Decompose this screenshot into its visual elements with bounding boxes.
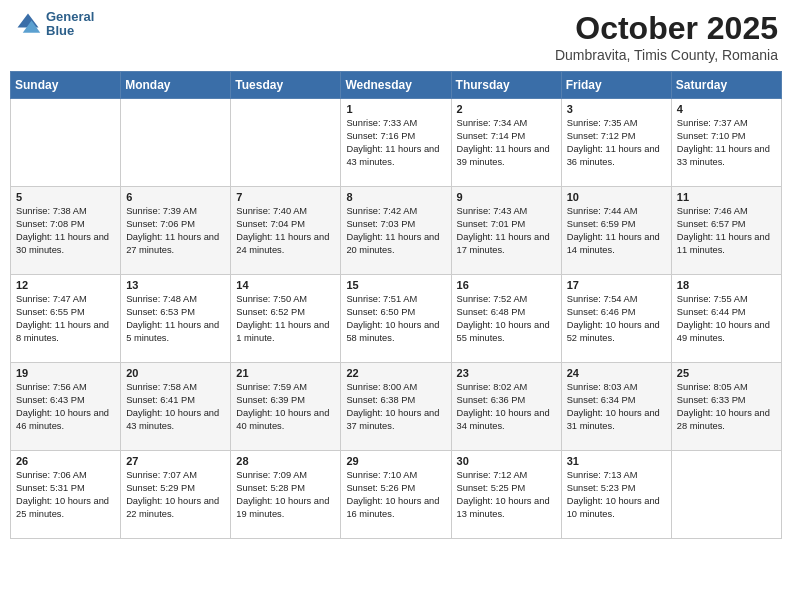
day-info: Sunrise: 8:05 AMSunset: 6:33 PMDaylight:… bbox=[677, 381, 776, 433]
calendar-cell: 10Sunrise: 7:44 AMSunset: 6:59 PMDayligh… bbox=[561, 187, 671, 275]
day-number: 21 bbox=[236, 367, 335, 379]
day-info: Sunrise: 7:09 AMSunset: 5:28 PMDaylight:… bbox=[236, 469, 335, 521]
logo-icon bbox=[14, 10, 42, 38]
day-info: Sunrise: 7:07 AMSunset: 5:29 PMDaylight:… bbox=[126, 469, 225, 521]
calendar-cell: 30Sunrise: 7:12 AMSunset: 5:25 PMDayligh… bbox=[451, 451, 561, 539]
calendar-cell: 19Sunrise: 7:56 AMSunset: 6:43 PMDayligh… bbox=[11, 363, 121, 451]
day-number: 1 bbox=[346, 103, 445, 115]
calendar-cell: 27Sunrise: 7:07 AMSunset: 5:29 PMDayligh… bbox=[121, 451, 231, 539]
day-info: Sunrise: 7:54 AMSunset: 6:46 PMDaylight:… bbox=[567, 293, 666, 345]
day-info: Sunrise: 7:40 AMSunset: 7:04 PMDaylight:… bbox=[236, 205, 335, 257]
calendar-cell: 7Sunrise: 7:40 AMSunset: 7:04 PMDaylight… bbox=[231, 187, 341, 275]
day-number: 4 bbox=[677, 103, 776, 115]
calendar-cell: 31Sunrise: 7:13 AMSunset: 5:23 PMDayligh… bbox=[561, 451, 671, 539]
calendar-cell: 5Sunrise: 7:38 AMSunset: 7:08 PMDaylight… bbox=[11, 187, 121, 275]
day-number: 5 bbox=[16, 191, 115, 203]
calendar-cell: 28Sunrise: 7:09 AMSunset: 5:28 PMDayligh… bbox=[231, 451, 341, 539]
calendar-cell: 15Sunrise: 7:51 AMSunset: 6:50 PMDayligh… bbox=[341, 275, 451, 363]
day-info: Sunrise: 7:50 AMSunset: 6:52 PMDaylight:… bbox=[236, 293, 335, 345]
day-number: 15 bbox=[346, 279, 445, 291]
day-info: Sunrise: 7:35 AMSunset: 7:12 PMDaylight:… bbox=[567, 117, 666, 169]
day-info: Sunrise: 7:33 AMSunset: 7:16 PMDaylight:… bbox=[346, 117, 445, 169]
calendar-week-row: 19Sunrise: 7:56 AMSunset: 6:43 PMDayligh… bbox=[11, 363, 782, 451]
calendar-title: October 2025 bbox=[555, 10, 778, 47]
day-number: 19 bbox=[16, 367, 115, 379]
day-info: Sunrise: 8:02 AMSunset: 6:36 PMDaylight:… bbox=[457, 381, 556, 433]
day-number: 22 bbox=[346, 367, 445, 379]
day-info: Sunrise: 8:00 AMSunset: 6:38 PMDaylight:… bbox=[346, 381, 445, 433]
logo-text: General Blue bbox=[46, 10, 94, 39]
day-number: 9 bbox=[457, 191, 556, 203]
calendar-table: SundayMondayTuesdayWednesdayThursdayFrid… bbox=[10, 71, 782, 539]
weekday-header: Sunday bbox=[11, 72, 121, 99]
calendar-cell: 25Sunrise: 8:05 AMSunset: 6:33 PMDayligh… bbox=[671, 363, 781, 451]
day-info: Sunrise: 7:59 AMSunset: 6:39 PMDaylight:… bbox=[236, 381, 335, 433]
calendar-cell: 24Sunrise: 8:03 AMSunset: 6:34 PMDayligh… bbox=[561, 363, 671, 451]
calendar-cell: 20Sunrise: 7:58 AMSunset: 6:41 PMDayligh… bbox=[121, 363, 231, 451]
weekday-header: Tuesday bbox=[231, 72, 341, 99]
calendar-cell: 17Sunrise: 7:54 AMSunset: 6:46 PMDayligh… bbox=[561, 275, 671, 363]
day-number: 11 bbox=[677, 191, 776, 203]
day-info: Sunrise: 7:47 AMSunset: 6:55 PMDaylight:… bbox=[16, 293, 115, 345]
day-info: Sunrise: 7:42 AMSunset: 7:03 PMDaylight:… bbox=[346, 205, 445, 257]
day-number: 25 bbox=[677, 367, 776, 379]
calendar-cell: 8Sunrise: 7:42 AMSunset: 7:03 PMDaylight… bbox=[341, 187, 451, 275]
day-number: 6 bbox=[126, 191, 225, 203]
weekday-header: Monday bbox=[121, 72, 231, 99]
day-number: 2 bbox=[457, 103, 556, 115]
day-info: Sunrise: 7:12 AMSunset: 5:25 PMDaylight:… bbox=[457, 469, 556, 521]
weekday-header: Thursday bbox=[451, 72, 561, 99]
calendar-cell: 1Sunrise: 7:33 AMSunset: 7:16 PMDaylight… bbox=[341, 99, 451, 187]
calendar-cell bbox=[121, 99, 231, 187]
page-header: General Blue October 2025 Dumbravita, Ti… bbox=[10, 10, 782, 63]
calendar-subtitle: Dumbravita, Timis County, Romania bbox=[555, 47, 778, 63]
day-number: 28 bbox=[236, 455, 335, 467]
weekday-header: Saturday bbox=[671, 72, 781, 99]
day-number: 3 bbox=[567, 103, 666, 115]
weekday-header: Friday bbox=[561, 72, 671, 99]
calendar-cell: 2Sunrise: 7:34 AMSunset: 7:14 PMDaylight… bbox=[451, 99, 561, 187]
day-info: Sunrise: 7:34 AMSunset: 7:14 PMDaylight:… bbox=[457, 117, 556, 169]
day-number: 12 bbox=[16, 279, 115, 291]
day-number: 30 bbox=[457, 455, 556, 467]
day-number: 7 bbox=[236, 191, 335, 203]
calendar-cell: 18Sunrise: 7:55 AMSunset: 6:44 PMDayligh… bbox=[671, 275, 781, 363]
day-info: Sunrise: 7:10 AMSunset: 5:26 PMDaylight:… bbox=[346, 469, 445, 521]
calendar-cell bbox=[11, 99, 121, 187]
day-info: Sunrise: 7:44 AMSunset: 6:59 PMDaylight:… bbox=[567, 205, 666, 257]
day-info: Sunrise: 7:51 AMSunset: 6:50 PMDaylight:… bbox=[346, 293, 445, 345]
calendar-cell: 26Sunrise: 7:06 AMSunset: 5:31 PMDayligh… bbox=[11, 451, 121, 539]
day-number: 24 bbox=[567, 367, 666, 379]
weekday-header: Wednesday bbox=[341, 72, 451, 99]
calendar-cell: 4Sunrise: 7:37 AMSunset: 7:10 PMDaylight… bbox=[671, 99, 781, 187]
day-info: Sunrise: 7:52 AMSunset: 6:48 PMDaylight:… bbox=[457, 293, 556, 345]
day-number: 18 bbox=[677, 279, 776, 291]
day-number: 27 bbox=[126, 455, 225, 467]
day-info: Sunrise: 7:43 AMSunset: 7:01 PMDaylight:… bbox=[457, 205, 556, 257]
day-number: 8 bbox=[346, 191, 445, 203]
weekday-header-row: SundayMondayTuesdayWednesdayThursdayFrid… bbox=[11, 72, 782, 99]
calendar-cell: 9Sunrise: 7:43 AMSunset: 7:01 PMDaylight… bbox=[451, 187, 561, 275]
day-number: 23 bbox=[457, 367, 556, 379]
calendar-cell: 23Sunrise: 8:02 AMSunset: 6:36 PMDayligh… bbox=[451, 363, 561, 451]
calendar-cell: 14Sunrise: 7:50 AMSunset: 6:52 PMDayligh… bbox=[231, 275, 341, 363]
day-number: 20 bbox=[126, 367, 225, 379]
day-number: 17 bbox=[567, 279, 666, 291]
day-number: 13 bbox=[126, 279, 225, 291]
calendar-cell: 3Sunrise: 7:35 AMSunset: 7:12 PMDaylight… bbox=[561, 99, 671, 187]
day-info: Sunrise: 7:37 AMSunset: 7:10 PMDaylight:… bbox=[677, 117, 776, 169]
calendar-week-row: 1Sunrise: 7:33 AMSunset: 7:16 PMDaylight… bbox=[11, 99, 782, 187]
day-info: Sunrise: 7:39 AMSunset: 7:06 PMDaylight:… bbox=[126, 205, 225, 257]
calendar-cell: 29Sunrise: 7:10 AMSunset: 5:26 PMDayligh… bbox=[341, 451, 451, 539]
calendar-cell: 11Sunrise: 7:46 AMSunset: 6:57 PMDayligh… bbox=[671, 187, 781, 275]
calendar-cell: 22Sunrise: 8:00 AMSunset: 6:38 PMDayligh… bbox=[341, 363, 451, 451]
calendar-cell: 16Sunrise: 7:52 AMSunset: 6:48 PMDayligh… bbox=[451, 275, 561, 363]
day-number: 31 bbox=[567, 455, 666, 467]
day-info: Sunrise: 7:58 AMSunset: 6:41 PMDaylight:… bbox=[126, 381, 225, 433]
day-number: 26 bbox=[16, 455, 115, 467]
calendar-week-row: 26Sunrise: 7:06 AMSunset: 5:31 PMDayligh… bbox=[11, 451, 782, 539]
day-info: Sunrise: 7:38 AMSunset: 7:08 PMDaylight:… bbox=[16, 205, 115, 257]
calendar-week-row: 12Sunrise: 7:47 AMSunset: 6:55 PMDayligh… bbox=[11, 275, 782, 363]
day-info: Sunrise: 7:48 AMSunset: 6:53 PMDaylight:… bbox=[126, 293, 225, 345]
calendar-cell: 6Sunrise: 7:39 AMSunset: 7:06 PMDaylight… bbox=[121, 187, 231, 275]
